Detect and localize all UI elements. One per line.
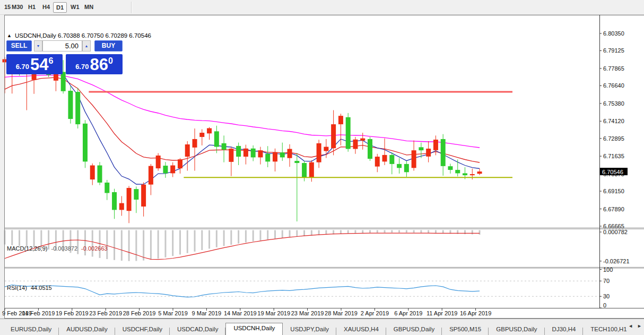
price-tick-label: 6.69150 [603, 188, 624, 194]
rsi-value: 44.0515 [31, 285, 52, 291]
chart-tab-audusd-1[interactable]: AUDUSD,Daily [59, 324, 115, 335]
timeframe-button-w1[interactable]: W1 [68, 2, 82, 13]
chart-area: 6.803506.791256.778656.766406.753806.741… [0, 15, 644, 319]
candle-body [470, 174, 475, 175]
date-label: 11 Apr 2019 [427, 310, 458, 316]
candle-body [353, 140, 358, 149]
date-label: 19 Mar 2019 [257, 310, 290, 316]
tab-scroll-arrows: ◄ ► [628, 323, 642, 329]
candle-body [134, 189, 138, 200]
candle-body [280, 152, 285, 157]
buy-button[interactable]: BUY [94, 40, 123, 51]
price-tick-label: 6.67890 [603, 206, 624, 212]
date-label: 28 Feb 2019 [123, 310, 156, 316]
candle-body [433, 140, 438, 150]
candle-body [258, 150, 263, 157]
chart-tab-usdjpy-5[interactable]: USDJPY,Daily [283, 324, 336, 335]
candle-body [207, 128, 212, 134]
candle-body [294, 161, 299, 163]
candle-body [382, 155, 387, 161]
candle-body [141, 185, 146, 207]
chart-title-row: ▲ USDCNH,Daily 6.70388 6.70750 6.70289 6… [7, 32, 151, 39]
price-tick-label: 6.72895 [603, 135, 624, 142]
candle-body [389, 155, 394, 164]
date-label: 5 Mar 2019 [158, 310, 188, 316]
candle-body [68, 91, 73, 119]
rsi-tick-label: 30 [603, 293, 610, 299]
macd-label: MACD(12,26,9) [7, 245, 47, 252]
collapse-triangle-icon[interactable]: ▲ [7, 33, 12, 38]
candle-body [156, 156, 161, 168]
timeframe-button-d1[interactable]: D1 [53, 2, 67, 13]
price-tick-label: 6.75380 [603, 100, 624, 107]
candle-body [193, 139, 197, 148]
sell-price-box[interactable]: 6.70 54 6 [6, 54, 63, 74]
tab-scroll-right-icon[interactable]: ► [637, 323, 642, 329]
volume-decrease-button[interactable]: ▼ [34, 40, 42, 51]
macd-tick-label: -0.026721 [603, 258, 630, 264]
candle-body [331, 124, 336, 148]
date-label: 14 Feb 2019 [22, 310, 55, 316]
candle-body [412, 150, 416, 168]
chart-tab-tech100-11[interactable]: TECH100,H1 [583, 324, 634, 335]
timeframe-button-m30[interactable]: M30 [9, 2, 25, 13]
rsi-label-row: RSI(14) 44.0515 [7, 285, 54, 291]
sell-price-base: 6.70 [16, 63, 29, 71]
candle-body [163, 166, 168, 173]
chart-tab-usdchf-2[interactable]: USDCHF,Daily [115, 324, 170, 335]
candle-body [463, 173, 467, 175]
chart-tab-sp500-8[interactable]: SP500,M15 [442, 324, 489, 335]
candle-body [441, 139, 446, 166]
volume-increase-button[interactable]: ▲ [82, 40, 91, 51]
buy-price-base: 6.70 [75, 63, 89, 71]
date-label: 16 Apr 2019 [460, 310, 491, 316]
candle-body [324, 147, 328, 151]
candle-body [214, 131, 219, 147]
date-label: 14 Mar 2019 [224, 310, 257, 316]
candle-body [229, 149, 233, 162]
price-tick-label: 6.74120 [603, 118, 624, 124]
timeframe-button-mn[interactable]: MN [82, 2, 96, 13]
candle-body [455, 170, 460, 173]
macd-signal-value: -0.002663 [81, 245, 108, 252]
candle-body [338, 116, 343, 124]
chart-tab-eurusd-0[interactable]: EURUSD,Daily [3, 324, 59, 335]
chart-tab-dj30-10[interactable]: DJ30,H4 [545, 324, 584, 335]
rsi-tick-label: 70 [603, 278, 610, 284]
candle-body [360, 139, 365, 141]
candle-body [404, 164, 409, 172]
candle-body [119, 203, 124, 210]
chart-tab-xauusd-6[interactable]: XAUUSD,H4 [336, 324, 386, 335]
date-label: 2 Apr 2019 [361, 310, 389, 316]
macd-value: -0.003872 [51, 245, 77, 252]
candle-body [302, 163, 307, 177]
candle-body [309, 162, 314, 178]
rsi-tick-label: 100 [603, 267, 613, 273]
volume-input[interactable] [42, 40, 82, 51]
price-tick-label: 6.80350 [603, 30, 624, 37]
candle-body [90, 166, 95, 180]
tab-scroll-left-icon[interactable]: ◄ [628, 323, 633, 329]
candle-body [112, 192, 117, 210]
candle-body [170, 166, 175, 174]
sell-price-big: 54 [30, 56, 48, 73]
candle-body [243, 149, 248, 157]
date-label: 23 Feb 2019 [89, 310, 122, 316]
candle-body [83, 124, 88, 162]
date-label: 28 Mar 2019 [325, 310, 358, 316]
chart-tab-gbpusd-9[interactable]: GBPUSD,Daily [489, 324, 544, 335]
timeframe-button-h1[interactable]: H1 [25, 2, 38, 13]
sell-price-pip: 6 [48, 56, 53, 66]
timeframe-button-h4[interactable]: H4 [40, 2, 53, 13]
chart-tab-usdcnh-4[interactable]: USDCNH,Daily [225, 323, 283, 335]
price-tick-label: 6.76640 [603, 82, 624, 89]
trade-controls-row: SELL ▼ ▲ BUY [6, 40, 123, 51]
candle-body [448, 166, 452, 170]
chart-tab-gbpusd-7[interactable]: GBPUSD,Daily [386, 324, 442, 335]
chart-tab-usdcad-3[interactable]: USDCAD,Daily [170, 324, 225, 335]
buy-price-box[interactable]: 6.70 86 0 [66, 54, 123, 74]
price-tick-label: 6.77865 [603, 65, 624, 72]
sell-button[interactable]: SELL [6, 40, 32, 51]
rsi-tick-label: 0 [603, 302, 606, 308]
date-label: 23 Mar 2019 [291, 310, 324, 316]
